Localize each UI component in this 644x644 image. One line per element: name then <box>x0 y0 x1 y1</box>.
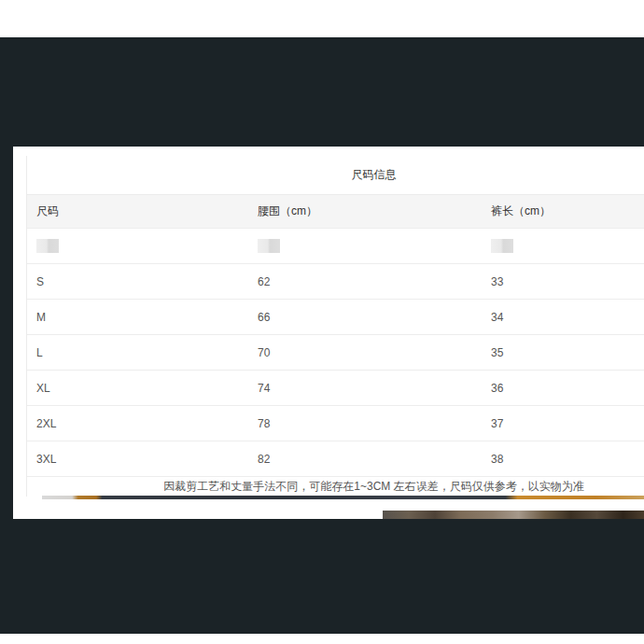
redacted-value-blob <box>258 239 280 253</box>
waist-cell: 62 <box>248 275 482 288</box>
size-cell: 2XL <box>27 417 248 430</box>
waist-cell: 78 <box>248 417 482 430</box>
length-cell: 34 <box>482 311 644 324</box>
size-cell: M <box>27 311 248 324</box>
table-row: XL 74 36 <box>27 370 644 405</box>
table-row: 3XL 82 38 <box>27 441 644 476</box>
waist-cell: 66 <box>248 311 482 324</box>
size-table-header-row: 尺码 腰围（cm） 裤长（cm） <box>27 194 644 228</box>
size-table: 尺码信息 尺码 腰围（cm） 裤长（cm） S 62 33 M 66 34 <box>26 156 644 497</box>
size-table-disclaimer: 因裁剪工艺和丈量手法不同，可能存在1~3CM 左右误差，尺码仅供参考，以实物为准 <box>27 476 644 497</box>
detail-image-top-sliver <box>42 496 644 499</box>
redacted-value-blob <box>491 239 513 253</box>
size-cell: S <box>27 275 248 288</box>
column-header-size: 尺码 <box>27 203 248 219</box>
table-row: 2XL 78 37 <box>27 405 644 441</box>
length-cell: 37 <box>482 417 644 430</box>
waist-cell: 82 <box>248 453 482 466</box>
size-cell: L <box>27 346 248 359</box>
screenshot-root: 尺码信息 尺码 腰围（cm） 裤长（cm） S 62 33 M 66 34 <box>0 0 644 644</box>
table-row: L 70 35 <box>27 334 644 370</box>
size-cell: XL <box>27 382 248 395</box>
length-cell: 36 <box>482 382 644 395</box>
length-cell: 33 <box>482 275 644 288</box>
size-cell: 3XL <box>27 453 248 466</box>
product-photo-strip-left <box>53 511 371 519</box>
waist-cell: 74 <box>248 382 482 395</box>
length-cell: 35 <box>482 346 644 359</box>
product-photo-strip-right <box>383 511 644 519</box>
dark-background-band-top <box>0 37 644 147</box>
column-header-length: 裤长（cm） <box>482 203 644 219</box>
redacted-value-blob <box>36 239 59 253</box>
size-table-title: 尺码信息 <box>27 156 644 194</box>
dark-background-band-bottom <box>0 519 644 634</box>
waist-cell: 70 <box>248 346 482 359</box>
table-row: M 66 34 <box>27 299 644 334</box>
table-row: S 62 33 <box>27 263 644 299</box>
dark-background-left-gutter <box>0 147 13 519</box>
column-header-waist: 腰围（cm） <box>248 203 482 219</box>
size-info-card: 尺码信息 尺码 腰围（cm） 裤长（cm） S 62 33 M 66 34 <box>13 147 644 511</box>
length-cell: 38 <box>482 453 644 466</box>
table-row-censored <box>27 228 644 263</box>
